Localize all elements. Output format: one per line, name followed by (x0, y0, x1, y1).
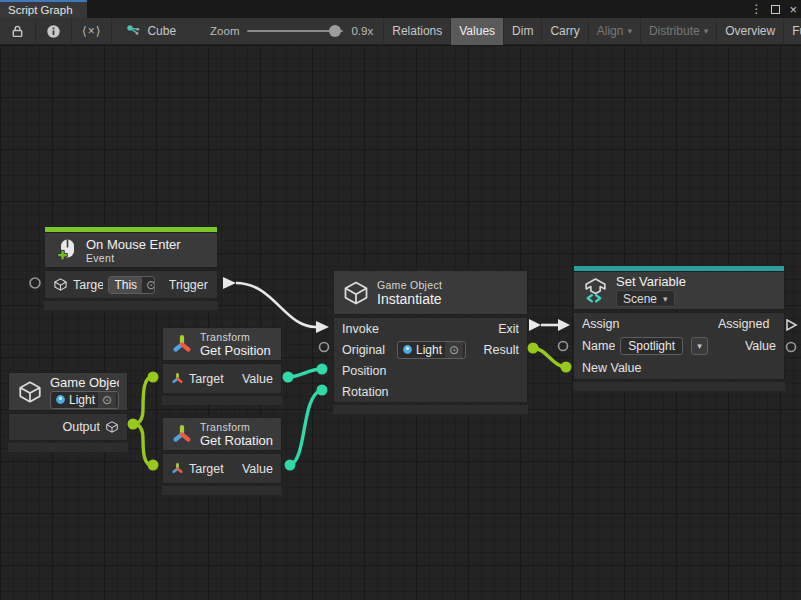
new-value-port[interactable] (561, 362, 572, 373)
value-port-label: Value (745, 339, 776, 353)
node-category: Transform (200, 331, 273, 343)
transform-icon (171, 423, 193, 445)
value-port[interactable] (285, 460, 296, 471)
trigger-flow-port[interactable] (223, 277, 236, 289)
invoke-flow-port[interactable] (316, 321, 329, 333)
tab-title: Script Graph (8, 4, 73, 16)
zoom-slider-handle[interactable] (329, 25, 341, 37)
rotation-port[interactable] (317, 385, 328, 396)
graph-breadcrumb[interactable]: Cube (112, 24, 186, 39)
zoom-label: Zoom (210, 25, 239, 37)
set-variable-icon (582, 277, 609, 304)
carry-button[interactable]: Carry (541, 18, 587, 45)
original-port[interactable] (320, 343, 329, 352)
node-title: Instantiate (377, 291, 442, 307)
variable-scope-dropdown[interactable]: Scene ▾ (616, 290, 675, 307)
exit-port-label: Exit (498, 322, 519, 336)
assigned-flow-port[interactable] (787, 320, 796, 330)
port-row: Target Value (163, 364, 281, 393)
tab-bar: Script Graph ⋮ × (0, 0, 801, 18)
target-port-label: Target (73, 278, 103, 292)
object-wire[interactable] (133, 424, 152, 465)
overview-button[interactable]: Overview (716, 18, 783, 45)
transform-icon (171, 372, 184, 385)
object-field[interactable]: Light ⊙ (50, 391, 119, 409)
node-title: Set Variable (616, 274, 686, 289)
object-field[interactable]: Light ⊙ (397, 341, 466, 359)
edit-source-button[interactable]: ⟨×⟩ (72, 18, 112, 45)
node-footer (162, 396, 282, 405)
zoom-value: 0.9x (351, 25, 373, 37)
port-row: Assign Assigned (574, 313, 784, 335)
relations-button[interactable]: Relations (383, 18, 450, 45)
tab-script-graph[interactable]: Script Graph (0, 0, 87, 18)
distribute-dropdown[interactable]: Distribute▾ (640, 18, 716, 45)
game-object-cube-icon (53, 277, 68, 292)
node-category: Game Object (377, 279, 442, 291)
node-get-rotation[interactable]: Transform Get Rotation Target Value (162, 417, 282, 495)
node-get-position[interactable]: Transform Get Position Target Value (162, 327, 282, 405)
fullscreen-button[interactable]: Full Screen (783, 18, 801, 45)
original-port-label: Original (342, 343, 392, 357)
close-icon[interactable]: × (789, 3, 797, 16)
result-port-label: Result (484, 343, 519, 357)
graph-canvas[interactable]: On Mouse Enter Event Target This ⊙ Trigg… (0, 45, 801, 600)
assign-port-label: Assign (582, 317, 620, 331)
zoom-control: Zoom 0.9x (186, 25, 383, 37)
mouse-event-icon (53, 237, 79, 263)
lock-button[interactable] (0, 18, 36, 45)
name-port[interactable] (559, 342, 568, 351)
value-port[interactable] (283, 372, 294, 383)
position-port[interactable] (317, 364, 328, 375)
vector-wire[interactable] (290, 390, 321, 465)
target-port[interactable] (148, 372, 159, 383)
exit-flow-port[interactable] (529, 319, 541, 331)
event-target-port[interactable] (30, 278, 40, 288)
node-footer (44, 301, 218, 310)
result-port[interactable] (528, 343, 539, 354)
output-port[interactable] (128, 419, 139, 430)
port-row: Output (9, 414, 127, 440)
script-graph-icon (126, 24, 141, 39)
flow-wire[interactable] (236, 283, 316, 327)
maximize-icon[interactable] (771, 5, 780, 14)
target-value-field[interactable]: This ⊙ (108, 276, 154, 294)
value-out-port[interactable] (787, 343, 796, 352)
info-button[interactable] (36, 18, 72, 45)
node-title: On Mouse Enter (86, 237, 181, 252)
variable-name-dropdown[interactable]: Spotlight (620, 337, 683, 355)
object-picker-icon[interactable]: ⊙ (142, 278, 155, 292)
port-row: Invoke Exit (334, 318, 527, 339)
node-game-object-literal[interactable]: Game Object Light ⊙ Output (8, 372, 128, 452)
node-instantiate[interactable]: Game Object Instantiate Invoke Exit Orig… (333, 270, 528, 414)
invoke-port-label: Invoke (342, 322, 379, 336)
node-title: Get Position (200, 343, 273, 358)
kebab-menu-icon[interactable]: ⋮ (750, 3, 762, 15)
target-port-label: Target (189, 372, 224, 386)
rotation-port-label: Rotation (342, 385, 389, 399)
chevron-down-icon: ▾ (627, 26, 632, 36)
values-button[interactable]: Values (450, 18, 503, 45)
target-port[interactable] (148, 460, 159, 471)
zoom-slider[interactable] (247, 30, 343, 32)
object-wire[interactable] (133, 377, 152, 424)
node-set-variable[interactable]: Set Variable Scene ▾ Assign Assigned Nam… (573, 265, 785, 391)
object-wire[interactable] (533, 348, 566, 367)
value-port-label: Value (242, 372, 273, 386)
node-title: Game Object (50, 375, 119, 390)
chevron-down-icon: ▾ (704, 26, 709, 36)
dim-button[interactable]: Dim (503, 18, 541, 45)
transform-icon (171, 462, 184, 475)
node-footer (333, 405, 528, 414)
object-picker-icon[interactable]: ⊙ (98, 392, 116, 408)
node-footer (8, 443, 128, 452)
assign-flow-port[interactable] (558, 319, 570, 331)
port-row: Target This ⊙ Trigger (45, 271, 217, 298)
vector-wire[interactable] (288, 369, 321, 377)
align-dropdown[interactable]: Align▾ (588, 18, 640, 45)
chevron-down-icon[interactable]: ▾ (691, 337, 708, 355)
node-title: Get Rotation (200, 433, 273, 448)
trigger-port-label: Trigger (169, 278, 209, 292)
node-on-mouse-enter[interactable]: On Mouse Enter Event Target This ⊙ Trigg… (44, 226, 218, 310)
object-picker-icon[interactable]: ⊙ (445, 342, 463, 358)
